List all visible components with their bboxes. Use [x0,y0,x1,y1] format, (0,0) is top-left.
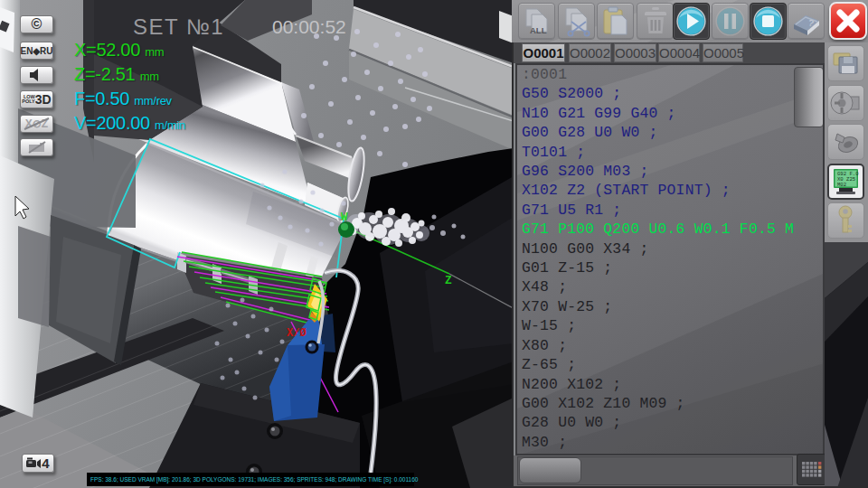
svg-text:W: W [341,211,348,224]
svg-text:M02: M02 [837,182,846,188]
svg-text:ALL: ALL [530,25,547,35]
svg-text:X/Ø: X/Ø [287,327,307,340]
svg-text:FPS: 38.6; USED VRAM [MB]: 201: FPS: 38.6; USED VRAM [MB]: 201.86; 3D PO… [90,476,419,483]
svg-text:Z: Z [445,274,452,287]
